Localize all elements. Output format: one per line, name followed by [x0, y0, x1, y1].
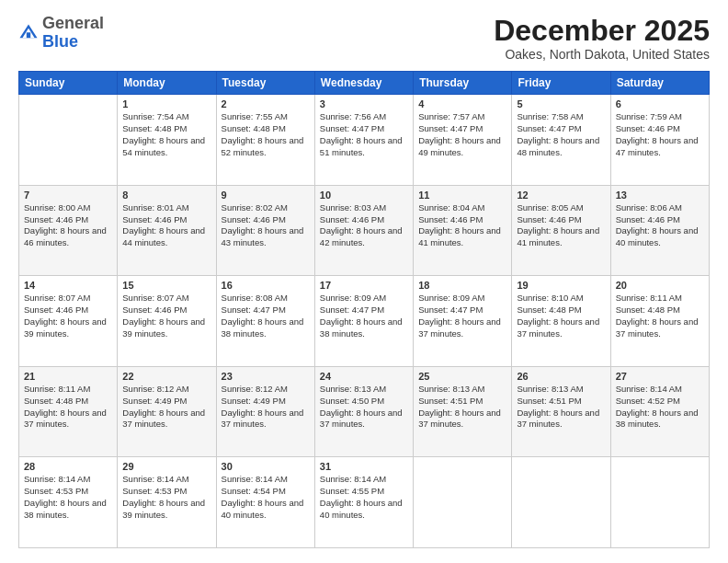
- daylight-label: Daylight: 8 hours and 46 minutes.: [24, 225, 107, 247]
- svg-rect-2: [27, 32, 30, 38]
- daylight-label: Daylight: 8 hours and 39 minutes.: [24, 316, 107, 339]
- sunset-label: Sunset: 4:55 PM: [320, 486, 384, 496]
- sunrise-label: Sunrise: 8:14 AM: [122, 474, 188, 484]
- day-number: 10: [320, 190, 408, 201]
- daylight-label: Daylight: 8 hours and 38 minutes.: [320, 316, 403, 339]
- sunrise-label: Sunrise: 8:03 AM: [320, 202, 386, 213]
- sunset-label: Sunset: 4:46 PM: [24, 304, 88, 315]
- daylight-label: Daylight: 8 hours and 48 minutes.: [517, 135, 599, 157]
- sunset-label: Sunset: 4:51 PM: [517, 396, 581, 406]
- day-number: 21: [24, 371, 112, 382]
- daylight-label: Daylight: 8 hours and 43 minutes.: [222, 225, 304, 247]
- day-number: 1: [122, 98, 210, 109]
- day-info: Sunrise: 8:09 AMSunset: 4:47 PMDaylight:…: [320, 293, 408, 339]
- day-number: 28: [24, 461, 112, 472]
- day-info: Sunrise: 8:11 AMSunset: 4:48 PMDaylight:…: [24, 384, 112, 431]
- day-number: 17: [320, 280, 408, 291]
- daylight-label: Daylight: 8 hours and 44 minutes.: [122, 225, 205, 247]
- sunrise-label: Sunrise: 7:55 AM: [222, 111, 288, 121]
- sunset-label: Sunset: 4:47 PM: [517, 123, 581, 133]
- sunrise-label: Sunrise: 8:01 AM: [122, 202, 188, 213]
- day-info: Sunrise: 8:14 AMSunset: 4:53 PMDaylight:…: [24, 474, 112, 521]
- sunrise-label: Sunrise: 8:14 AM: [24, 474, 90, 484]
- sunrise-label: Sunrise: 8:08 AM: [222, 293, 288, 303]
- table-row: 20Sunrise: 8:11 AMSunset: 4:48 PMDayligh…: [610, 276, 709, 367]
- sunset-label: Sunset: 4:48 PM: [517, 304, 581, 315]
- daylight-label: Daylight: 8 hours and 40 minutes.: [320, 498, 403, 520]
- sunset-label: Sunset: 4:48 PM: [122, 123, 187, 133]
- daylight-label: Daylight: 8 hours and 38 minutes.: [222, 316, 304, 339]
- day-info: Sunrise: 8:07 AMSunset: 4:46 PMDaylight:…: [122, 293, 210, 339]
- sunset-label: Sunset: 4:46 PM: [418, 214, 483, 224]
- day-number: 16: [222, 280, 310, 291]
- daylight-label: Daylight: 8 hours and 37 minutes.: [222, 408, 304, 430]
- day-info: Sunrise: 8:14 AMSunset: 4:53 PMDaylight:…: [122, 474, 210, 521]
- daylight-label: Daylight: 8 hours and 38 minutes.: [616, 408, 699, 430]
- col-monday: Monday: [118, 72, 216, 95]
- day-info: Sunrise: 7:58 AMSunset: 4:47 PMDaylight:…: [517, 111, 605, 158]
- day-number: 26: [517, 371, 605, 382]
- day-number: 31: [320, 461, 408, 472]
- day-info: Sunrise: 8:12 AMSunset: 4:49 PMDaylight:…: [222, 384, 310, 431]
- daylight-label: Daylight: 8 hours and 37 minutes.: [418, 408, 501, 430]
- day-number: 8: [122, 190, 210, 201]
- sunset-label: Sunset: 4:48 PM: [24, 396, 88, 406]
- table-row: 10Sunrise: 8:03 AMSunset: 4:46 PMDayligh…: [314, 185, 413, 276]
- sunrise-label: Sunrise: 8:05 AM: [517, 202, 583, 213]
- col-thursday: Thursday: [414, 72, 512, 95]
- sunrise-label: Sunrise: 7:54 AM: [122, 111, 188, 121]
- table-row: 25Sunrise: 8:13 AMSunset: 4:51 PMDayligh…: [414, 366, 512, 457]
- day-info: Sunrise: 8:11 AMSunset: 4:48 PMDaylight:…: [616, 293, 704, 339]
- sunrise-label: Sunrise: 8:07 AM: [122, 293, 188, 303]
- calendar-header-row: Sunday Monday Tuesday Wednesday Thursday…: [19, 72, 710, 95]
- table-row: 9Sunrise: 8:02 AMSunset: 4:46 PMDaylight…: [216, 185, 314, 276]
- location: Oakes, North Dakota, United States: [494, 47, 710, 62]
- table-row: 4Sunrise: 7:57 AMSunset: 4:47 PMDaylight…: [414, 95, 512, 186]
- calendar-week-row: 1Sunrise: 7:54 AMSunset: 4:48 PMDaylight…: [19, 95, 710, 186]
- day-info: Sunrise: 8:09 AMSunset: 4:47 PMDaylight:…: [418, 293, 506, 339]
- table-row: 7Sunrise: 8:00 AMSunset: 4:46 PMDaylight…: [19, 185, 118, 276]
- day-number: 25: [418, 371, 506, 382]
- daylight-label: Daylight: 8 hours and 52 minutes.: [222, 135, 304, 157]
- day-number: 2: [222, 98, 310, 109]
- daylight-label: Daylight: 8 hours and 39 minutes.: [122, 498, 205, 520]
- day-number: 14: [24, 280, 112, 291]
- sunrise-label: Sunrise: 7:59 AM: [616, 111, 682, 121]
- day-info: Sunrise: 8:06 AMSunset: 4:46 PMDaylight:…: [616, 202, 704, 249]
- calendar-week-row: 14Sunrise: 8:07 AMSunset: 4:46 PMDayligh…: [19, 276, 710, 367]
- daylight-label: Daylight: 8 hours and 37 minutes.: [24, 408, 107, 430]
- day-number: 5: [517, 98, 605, 109]
- sunrise-label: Sunrise: 8:13 AM: [320, 384, 386, 394]
- daylight-label: Daylight: 8 hours and 49 minutes.: [418, 135, 501, 157]
- table-row: 26Sunrise: 8:13 AMSunset: 4:51 PMDayligh…: [512, 366, 610, 457]
- table-row: 11Sunrise: 8:04 AMSunset: 4:46 PMDayligh…: [414, 185, 512, 276]
- day-number: 30: [222, 461, 310, 472]
- calendar-week-row: 7Sunrise: 8:00 AMSunset: 4:46 PMDaylight…: [19, 185, 710, 276]
- sunset-label: Sunset: 4:48 PM: [222, 123, 286, 133]
- day-info: Sunrise: 8:13 AMSunset: 4:51 PMDaylight:…: [517, 384, 605, 431]
- table-row: 6Sunrise: 7:59 AMSunset: 4:46 PMDaylight…: [610, 95, 709, 186]
- day-number: 6: [616, 98, 704, 109]
- day-number: 23: [222, 371, 310, 382]
- table-row: 29Sunrise: 8:14 AMSunset: 4:53 PMDayligh…: [118, 457, 216, 548]
- sunrise-label: Sunrise: 8:12 AM: [122, 384, 188, 394]
- sunrise-label: Sunrise: 8:13 AM: [517, 384, 583, 394]
- day-info: Sunrise: 7:56 AMSunset: 4:47 PMDaylight:…: [320, 111, 408, 158]
- day-number: 3: [320, 98, 408, 109]
- daylight-label: Daylight: 8 hours and 42 minutes.: [320, 225, 403, 247]
- sunrise-label: Sunrise: 7:56 AM: [320, 111, 386, 121]
- sunset-label: Sunset: 4:48 PM: [616, 304, 680, 315]
- daylight-label: Daylight: 8 hours and 37 minutes.: [517, 408, 599, 430]
- day-number: 18: [418, 280, 506, 291]
- day-info: Sunrise: 7:55 AMSunset: 4:48 PMDaylight:…: [222, 111, 310, 158]
- table-row: 18Sunrise: 8:09 AMSunset: 4:47 PMDayligh…: [414, 276, 512, 367]
- sunset-label: Sunset: 4:46 PM: [616, 123, 680, 133]
- table-row: 3Sunrise: 7:56 AMSunset: 4:47 PMDaylight…: [314, 95, 413, 186]
- sunrise-label: Sunrise: 8:09 AM: [418, 293, 484, 303]
- day-number: 22: [122, 371, 210, 382]
- table-row: 23Sunrise: 8:12 AMSunset: 4:49 PMDayligh…: [216, 366, 314, 457]
- sunrise-label: Sunrise: 8:14 AM: [222, 474, 288, 484]
- daylight-label: Daylight: 8 hours and 37 minutes.: [122, 408, 205, 430]
- table-row: 28Sunrise: 8:14 AMSunset: 4:53 PMDayligh…: [19, 457, 118, 548]
- sunset-label: Sunset: 4:47 PM: [222, 304, 286, 315]
